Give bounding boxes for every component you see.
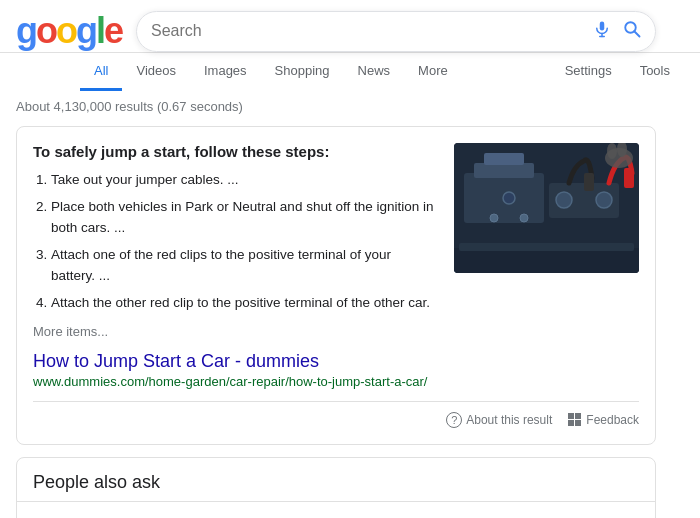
header: google how to jump a car [0,0,700,53]
tab-more[interactable]: More [404,53,462,91]
svg-rect-17 [454,248,639,273]
svg-rect-8 [484,153,524,165]
question-icon: ? [446,412,462,428]
tab-videos[interactable]: Videos [122,53,190,91]
snippet-text: To safely jump a start, follow these ste… [33,143,438,339]
search-input[interactable]: how to jump a car [151,22,585,40]
results-count: About 4,130,000 results (0.67 seconds) [0,91,700,120]
main-content: To safely jump a start, follow these ste… [0,120,700,518]
search-box[interactable]: how to jump a car [136,11,656,52]
svg-rect-0 [600,21,605,30]
snippet-steps: Take out your jumper cables. ... Place b… [33,170,438,314]
feedback-label: Feedback [586,413,639,427]
snippet-image [454,143,639,273]
tab-settings[interactable]: Settings [551,53,626,91]
svg-point-19 [490,214,498,222]
result-link-title[interactable]: How to Jump Start a Car - dummies [33,351,639,372]
step-4: Attach the other red clip to the positiv… [51,293,438,314]
step-3: Attach one of the red clips to the posit… [51,245,438,287]
more-items-link[interactable]: More items... [33,324,438,339]
tab-tools[interactable]: Tools [626,53,684,91]
tab-news[interactable]: News [344,53,405,91]
svg-rect-12 [624,168,634,188]
google-logo: google [16,10,122,52]
svg-line-4 [634,31,639,36]
tab-images[interactable]: Images [190,53,261,91]
step-2: Place both vehicles in Park or Neutral a… [51,197,438,239]
svg-point-11 [596,192,612,208]
about-result-label: About this result [466,413,552,427]
nav-tabs: All Videos Images Shopping News More Set… [0,53,700,91]
svg-point-15 [607,143,617,159]
svg-point-10 [556,192,572,208]
snippet-title: To safely jump a start, follow these ste… [33,143,438,160]
svg-point-20 [520,214,528,222]
svg-rect-13 [584,173,594,191]
card-footer: ? About this result Feedback [33,401,639,428]
featured-snippet-card: To safely jump a start, follow these ste… [16,126,656,445]
search-button-icon[interactable] [623,20,641,43]
paa-title: People also ask [17,458,655,501]
tab-all[interactable]: All [80,53,122,91]
paa-item-1[interactable]: How do you jump start car? ⌄ [17,501,655,518]
microphone-icon[interactable] [593,20,611,43]
tab-shopping[interactable]: Shopping [261,53,344,91]
about-result-link[interactable]: ? About this result [446,412,552,428]
step-1: Take out your jumper cables. ... [51,170,438,191]
feedback-grid-icon [568,413,582,427]
svg-point-21 [503,192,515,204]
result-link: How to Jump Start a Car - dummies www.du… [33,351,639,389]
svg-rect-7 [474,163,534,178]
feedback-button[interactable]: Feedback [568,413,639,427]
svg-rect-18 [459,243,634,251]
people-also-ask: People also ask How do you jump start ca… [16,457,656,518]
result-link-url: www.dummies.com/home-garden/car-repair/h… [33,374,639,389]
